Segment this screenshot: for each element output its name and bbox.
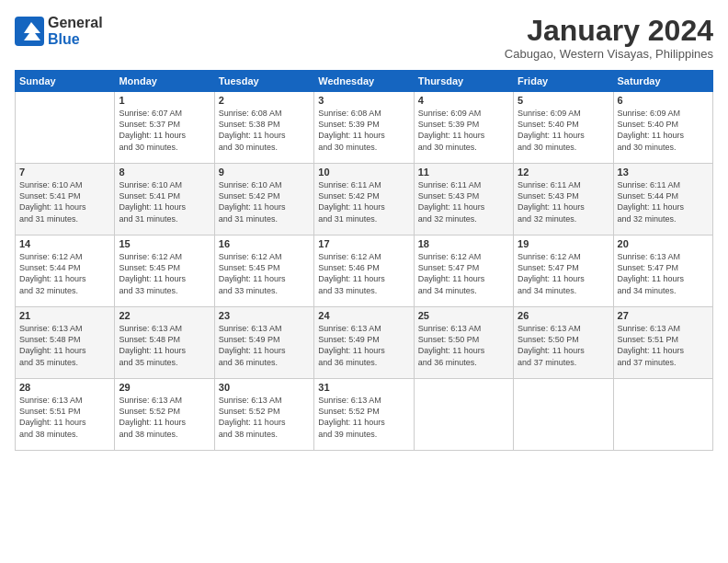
calendar-cell: 2Sunrise: 6:08 AM Sunset: 5:38 PM Daylig…	[214, 92, 313, 164]
calendar-cell: 25Sunrise: 6:13 AM Sunset: 5:50 PM Dayli…	[414, 307, 513, 379]
header-cell-friday: Friday	[514, 71, 613, 92]
cell-info: Sunrise: 6:13 AM Sunset: 5:48 PM Dayligh…	[19, 323, 110, 368]
month-title: January 2024	[505, 15, 713, 47]
day-number: 7	[19, 167, 110, 178]
cell-info: Sunrise: 6:08 AM Sunset: 5:39 PM Dayligh…	[318, 108, 409, 153]
cell-info: Sunrise: 6:11 AM Sunset: 5:44 PM Dayligh…	[618, 179, 709, 224]
calendar-cell	[16, 92, 115, 164]
week-row-2: 14Sunrise: 6:12 AM Sunset: 5:44 PM Dayli…	[16, 236, 713, 307]
cell-info: Sunrise: 6:12 AM Sunset: 5:44 PM Dayligh…	[19, 251, 110, 296]
calendar-cell: 23Sunrise: 6:13 AM Sunset: 5:49 PM Dayli…	[214, 307, 313, 379]
header-row: SundayMondayTuesdayWednesdayThursdayFrid…	[16, 71, 713, 92]
cell-info: Sunrise: 6:13 AM Sunset: 5:49 PM Dayligh…	[219, 323, 310, 368]
day-number: 18	[418, 238, 509, 249]
calendar-cell: 24Sunrise: 6:13 AM Sunset: 5:49 PM Dayli…	[314, 307, 414, 379]
day-number: 9	[219, 167, 310, 178]
page: General Blue January 2024 Cabugao, Weste…	[0, 0, 728, 563]
calendar-cell: 30Sunrise: 6:13 AM Sunset: 5:52 PM Dayli…	[214, 379, 313, 451]
calendar-table: SundayMondayTuesdayWednesdayThursdayFrid…	[15, 70, 713, 451]
header-cell-saturday: Saturday	[613, 71, 712, 92]
cell-info: Sunrise: 6:12 AM Sunset: 5:45 PM Dayligh…	[119, 251, 210, 296]
cell-info: Sunrise: 6:13 AM Sunset: 5:51 PM Dayligh…	[618, 323, 709, 368]
header-cell-sunday: Sunday	[16, 71, 115, 92]
day-number: 6	[618, 95, 709, 106]
day-number: 15	[119, 238, 210, 249]
calendar-cell: 4Sunrise: 6:09 AM Sunset: 5:39 PM Daylig…	[414, 92, 513, 164]
day-number: 24	[318, 310, 409, 321]
header-cell-monday: Monday	[115, 71, 214, 92]
calendar-cell: 12Sunrise: 6:11 AM Sunset: 5:43 PM Dayli…	[514, 164, 613, 236]
day-number: 13	[618, 167, 709, 178]
calendar-cell: 18Sunrise: 6:12 AM Sunset: 5:47 PM Dayli…	[414, 236, 513, 307]
calendar-cell	[414, 379, 513, 451]
logo-general: General	[48, 15, 103, 30]
day-number: 21	[19, 310, 110, 321]
day-number: 14	[19, 238, 110, 249]
calendar-cell: 29Sunrise: 6:13 AM Sunset: 5:52 PM Dayli…	[115, 379, 214, 451]
cell-info: Sunrise: 6:13 AM Sunset: 5:47 PM Dayligh…	[618, 251, 709, 296]
day-number: 25	[418, 310, 509, 321]
header-cell-wednesday: Wednesday	[314, 71, 414, 92]
calendar-cell: 31Sunrise: 6:13 AM Sunset: 5:52 PM Dayli…	[314, 379, 414, 451]
cell-info: Sunrise: 6:12 AM Sunset: 5:47 PM Dayligh…	[518, 251, 609, 296]
calendar-cell: 21Sunrise: 6:13 AM Sunset: 5:48 PM Dayli…	[16, 307, 115, 379]
cell-info: Sunrise: 6:13 AM Sunset: 5:50 PM Dayligh…	[518, 323, 609, 368]
cell-info: Sunrise: 6:13 AM Sunset: 5:52 PM Dayligh…	[119, 395, 210, 440]
cell-info: Sunrise: 6:11 AM Sunset: 5:43 PM Dayligh…	[518, 179, 609, 224]
header-cell-thursday: Thursday	[414, 71, 513, 92]
day-number: 31	[318, 382, 409, 393]
day-number: 11	[418, 167, 509, 178]
header: General Blue January 2024 Cabugao, Weste…	[15, 15, 713, 61]
day-number: 29	[119, 382, 210, 393]
day-number: 26	[518, 310, 609, 321]
calendar-cell: 20Sunrise: 6:13 AM Sunset: 5:47 PM Dayli…	[613, 236, 712, 307]
cell-info: Sunrise: 6:13 AM Sunset: 5:52 PM Dayligh…	[318, 395, 409, 440]
calendar-cell: 11Sunrise: 6:11 AM Sunset: 5:43 PM Dayli…	[414, 164, 513, 236]
calendar-cell: 27Sunrise: 6:13 AM Sunset: 5:51 PM Dayli…	[613, 307, 712, 379]
day-number: 28	[19, 382, 110, 393]
calendar-cell: 10Sunrise: 6:11 AM Sunset: 5:42 PM Dayli…	[314, 164, 414, 236]
logo-blue: Blue	[48, 31, 80, 47]
day-number: 2	[219, 95, 310, 106]
calendar-cell	[613, 379, 712, 451]
week-row-1: 7Sunrise: 6:10 AM Sunset: 5:41 PM Daylig…	[16, 164, 713, 236]
cell-info: Sunrise: 6:10 AM Sunset: 5:41 PM Dayligh…	[19, 179, 110, 224]
week-row-4: 28Sunrise: 6:13 AM Sunset: 5:51 PM Dayli…	[16, 379, 713, 451]
calendar-cell: 7Sunrise: 6:10 AM Sunset: 5:41 PM Daylig…	[16, 164, 115, 236]
cell-info: Sunrise: 6:12 AM Sunset: 5:45 PM Dayligh…	[219, 251, 310, 296]
day-number: 8	[119, 167, 210, 178]
header-cell-tuesday: Tuesday	[214, 71, 313, 92]
calendar-cell: 26Sunrise: 6:13 AM Sunset: 5:50 PM Dayli…	[514, 307, 613, 379]
day-number: 1	[119, 95, 210, 106]
day-number: 22	[119, 310, 210, 321]
title-block: January 2024 Cabugao, Western Visayas, P…	[505, 15, 713, 61]
calendar-cell: 3Sunrise: 6:08 AM Sunset: 5:39 PM Daylig…	[314, 92, 414, 164]
cell-info: Sunrise: 6:07 AM Sunset: 5:37 PM Dayligh…	[119, 108, 210, 153]
calendar-cell: 9Sunrise: 6:10 AM Sunset: 5:42 PM Daylig…	[214, 164, 313, 236]
calendar-cell: 28Sunrise: 6:13 AM Sunset: 5:51 PM Dayli…	[16, 379, 115, 451]
calendar-cell: 6Sunrise: 6:09 AM Sunset: 5:40 PM Daylig…	[613, 92, 712, 164]
cell-info: Sunrise: 6:11 AM Sunset: 5:43 PM Dayligh…	[418, 179, 509, 224]
calendar-cell: 17Sunrise: 6:12 AM Sunset: 5:46 PM Dayli…	[314, 236, 414, 307]
day-number: 4	[418, 95, 509, 106]
cell-info: Sunrise: 6:09 AM Sunset: 5:39 PM Dayligh…	[418, 108, 509, 153]
calendar-cell: 22Sunrise: 6:13 AM Sunset: 5:48 PM Dayli…	[115, 307, 214, 379]
calendar-cell: 1Sunrise: 6:07 AM Sunset: 5:37 PM Daylig…	[115, 92, 214, 164]
day-number: 20	[618, 238, 709, 249]
cell-info: Sunrise: 6:09 AM Sunset: 5:40 PM Dayligh…	[518, 108, 609, 153]
calendar-cell	[514, 379, 613, 451]
cell-info: Sunrise: 6:08 AM Sunset: 5:38 PM Dayligh…	[219, 108, 310, 153]
day-number: 17	[318, 238, 409, 249]
location: Cabugao, Western Visayas, Philippines	[505, 47, 713, 61]
day-number: 10	[318, 167, 409, 178]
day-number: 5	[518, 95, 609, 106]
week-row-0: 1Sunrise: 6:07 AM Sunset: 5:37 PM Daylig…	[16, 92, 713, 164]
day-number: 16	[219, 238, 310, 249]
cell-info: Sunrise: 6:12 AM Sunset: 5:46 PM Dayligh…	[318, 251, 409, 296]
logo: General Blue	[15, 15, 103, 47]
cell-info: Sunrise: 6:13 AM Sunset: 5:48 PM Dayligh…	[119, 323, 210, 368]
cell-info: Sunrise: 6:13 AM Sunset: 5:50 PM Dayligh…	[418, 323, 509, 368]
calendar-cell: 15Sunrise: 6:12 AM Sunset: 5:45 PM Dayli…	[115, 236, 214, 307]
day-number: 30	[219, 382, 310, 393]
calendar-cell: 14Sunrise: 6:12 AM Sunset: 5:44 PM Dayli…	[16, 236, 115, 307]
